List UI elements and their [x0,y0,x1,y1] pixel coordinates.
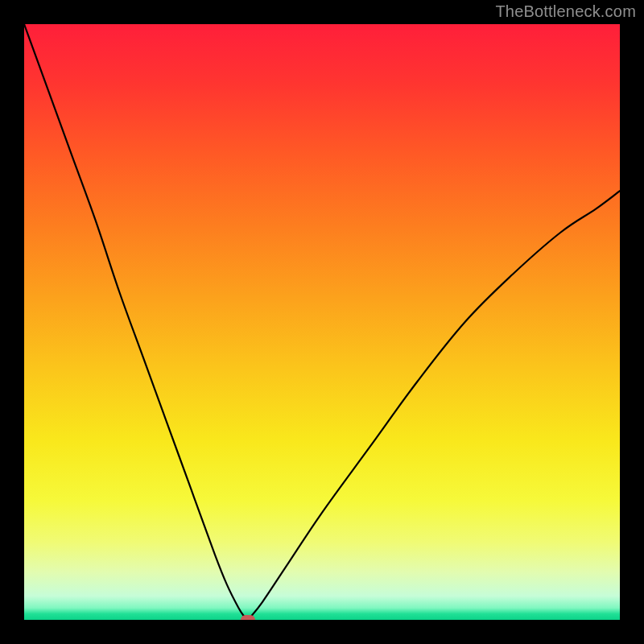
plot-area [24,24,620,620]
watermark-text: TheBottleneck.com [495,2,636,21]
optimal-point-marker [241,615,255,620]
chart-frame: TheBottleneck.com [0,0,644,644]
bottleneck-curve [24,24,620,620]
